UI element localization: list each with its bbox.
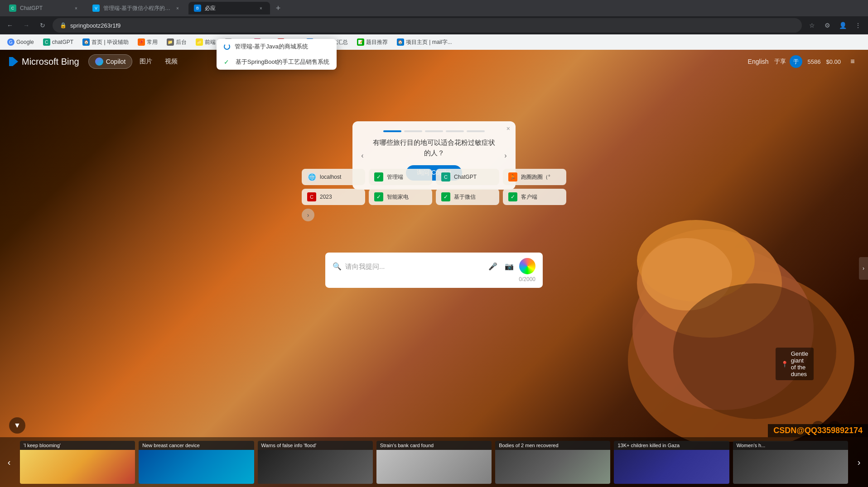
news-item-6[interactable]: Women's h... bbox=[733, 441, 848, 484]
quick-link-favicon-1: ✓ bbox=[374, 172, 383, 181]
user-area: 于享 于 bbox=[774, 55, 802, 68]
tab-favicon-chatgpt: C bbox=[9, 5, 16, 12]
bookmark-button[interactable]: ☆ bbox=[805, 19, 818, 32]
news-item-2[interactable]: Warns of false info 'flood' bbox=[258, 441, 373, 484]
news-item-0[interactable]: 'I keep blooming' bbox=[20, 441, 135, 484]
bookmarks-bar: G Google C chatGPT 🏠 首页 | 毕设辅助 📌 常用 📁 后台… bbox=[0, 34, 868, 50]
suggestion-prev-button[interactable]: ‹ bbox=[356, 149, 369, 162]
quick-link-2023[interactable]: C 2023 bbox=[302, 189, 365, 205]
dropdown-item-2[interactable]: ✓ 基于SpringBoot的手工艺品销售系统 bbox=[217, 54, 337, 70]
bookmark-project-icon: 🏠 bbox=[397, 38, 404, 46]
news-item-1[interactable]: New breast cancer device bbox=[139, 441, 254, 484]
nav-videos-button[interactable]: 视频 bbox=[159, 55, 183, 68]
quick-link-chatgpt[interactable]: C ChatGPT bbox=[436, 169, 499, 185]
bookmark-common[interactable]: 📌 常用 bbox=[134, 38, 161, 47]
nav-copilot-button[interactable]: Copilot bbox=[88, 54, 133, 69]
location-text: Gentle giant of the dunes bbox=[791, 350, 808, 377]
profile-button[interactable]: 👤 bbox=[836, 19, 849, 32]
browser-actions: ☆ ⚙ 👤 ⋮ bbox=[805, 19, 864, 32]
bing-logo-icon bbox=[9, 57, 18, 66]
bookmark-backend[interactable]: 📁 后台 bbox=[163, 38, 190, 47]
quick-link-label-3: 跑圈跑圈（° bbox=[521, 173, 550, 181]
news-title-3: Strain's bank card found bbox=[376, 441, 492, 450]
quick-link-running[interactable]: 🏃 跑圈跑圈（° bbox=[503, 169, 566, 185]
forward-button[interactable]: → bbox=[20, 19, 33, 32]
bookmark-chatgpt[interactable]: C chatGPT bbox=[39, 38, 77, 47]
tab-close-mgmt[interactable]: × bbox=[174, 5, 181, 12]
bookmark-frontend-label: 前端 bbox=[205, 38, 216, 46]
suggestion-close-button[interactable]: × bbox=[506, 125, 510, 132]
dropdown-label-2: 基于SpringBoot的手工艺品销售系统 bbox=[236, 58, 329, 66]
tab-bar: C ChatGPT × V 管理端-基于微信小程序的二手... × B 必应 ×… bbox=[0, 0, 868, 16]
news-prev-button[interactable]: ‹ bbox=[0, 453, 18, 471]
bookmark-chatgpt-label: chatGPT bbox=[52, 39, 73, 45]
quick-links-more-button[interactable]: › bbox=[302, 209, 314, 221]
quick-link-favicon-7: ✓ bbox=[508, 192, 517, 201]
news-next-button[interactable]: › bbox=[850, 453, 868, 471]
bing-menu-button[interactable]: ≡ bbox=[846, 55, 859, 68]
quick-link-label-5: 智能家电 bbox=[387, 193, 409, 201]
back-button[interactable]: ← bbox=[4, 19, 16, 32]
suggestion-dot-5 bbox=[467, 130, 485, 132]
suggestion-text: 有哪些旅行目的地可以适合花粉过敏症状的人？ bbox=[371, 138, 497, 158]
bookmark-recommend[interactable]: 📝 题目推荐 bbox=[353, 38, 391, 47]
quick-link-favicon-0: 🌐 bbox=[307, 172, 316, 181]
tab-close-bing[interactable]: × bbox=[257, 5, 265, 12]
user-avatar[interactable]: 于 bbox=[790, 55, 802, 68]
dropdown-menu: 管理端-基于Java的商城系统 ✓ 基于SpringBoot的手工艺品销售系统 bbox=[217, 39, 337, 70]
bookmark-google[interactable]: G Google bbox=[4, 38, 38, 47]
news-image-4 bbox=[495, 450, 610, 484]
bookmark-common-label: 常用 bbox=[147, 38, 158, 46]
bookmark-project[interactable]: 🏠 项目主页 | mail字... bbox=[393, 38, 456, 47]
tab-bing[interactable]: B 必应 × bbox=[188, 2, 270, 14]
url-bar[interactable]: 🔒 springbootz263r1f9 bbox=[53, 18, 802, 33]
suggestion-dot-4 bbox=[446, 130, 464, 132]
right-edge-button[interactable]: › bbox=[859, 257, 868, 280]
extension-button[interactable]: ⚙ bbox=[821, 19, 834, 32]
bookmark-frontend-icon: 📁 bbox=[196, 38, 203, 46]
bookmark-home[interactable]: 🏠 首页 | 毕设辅助 bbox=[79, 38, 132, 47]
news-title-1: New breast cancer device bbox=[139, 441, 254, 450]
tab-label-chatgpt: ChatGPT bbox=[20, 5, 69, 11]
news-item-3[interactable]: Strain's bank card found bbox=[376, 441, 492, 484]
tab-mgmt[interactable]: V 管理端-基于微信小程序的二手... × bbox=[87, 2, 187, 14]
scroll-down-button[interactable]: ▼ bbox=[9, 417, 25, 434]
image-search-button[interactable]: 📷 bbox=[503, 260, 516, 272]
language-selector[interactable]: English bbox=[748, 58, 769, 65]
refresh-button[interactable]: ↻ bbox=[36, 19, 49, 32]
news-image-0 bbox=[20, 450, 135, 484]
news-image-5 bbox=[614, 450, 729, 484]
dropdown-item-1[interactable]: 管理端-基于Java的商城系统 bbox=[217, 39, 337, 54]
ai-search-button[interactable] bbox=[519, 258, 535, 274]
tab-close-chatgpt[interactable]: × bbox=[72, 5, 80, 12]
bookmark-home-label: 首页 | 毕设辅助 bbox=[92, 38, 129, 46]
news-item-4[interactable]: Bodies of 2 men recovered bbox=[495, 441, 610, 484]
search-icon: 🔍 bbox=[333, 262, 342, 270]
quick-link-mgmt[interactable]: ✓ 管理端 bbox=[369, 169, 432, 185]
search-input[interactable] bbox=[345, 262, 483, 270]
tab-chatgpt[interactable]: C ChatGPT × bbox=[4, 2, 85, 14]
suggestion-next-button[interactable]: › bbox=[499, 149, 512, 162]
more-button[interactable]: ⋮ bbox=[852, 19, 864, 32]
new-tab-button[interactable]: + bbox=[272, 2, 285, 14]
news-title-0: 'I keep blooming' bbox=[20, 441, 135, 450]
rock-formation bbox=[551, 170, 868, 442]
news-item-5[interactable]: 13K+ children killed in Gaza bbox=[614, 441, 729, 484]
quick-link-client[interactable]: ✓ 客户端 bbox=[503, 189, 566, 205]
search-actions: 🎤 📷 bbox=[487, 258, 535, 274]
points-label: 5586 bbox=[808, 58, 821, 65]
news-image-2 bbox=[258, 450, 373, 484]
quick-link-localhost[interactable]: 🌐 localhost bbox=[302, 169, 365, 185]
bookmark-project-label: 项目主页 | mail字... bbox=[406, 38, 452, 46]
quick-link-label-6: 基于微信 bbox=[454, 193, 476, 201]
nav-images-button[interactable]: 图片 bbox=[134, 55, 158, 68]
search-counter: 0/2000 bbox=[333, 276, 535, 282]
bookmark-frontend[interactable]: 📁 前端 bbox=[192, 38, 219, 47]
news-image-3 bbox=[376, 450, 492, 484]
quick-link-label-1: 管理端 bbox=[387, 173, 403, 181]
quick-link-wechat[interactable]: ✓ 基于微信 bbox=[436, 189, 499, 205]
voice-search-button[interactable]: 🎤 bbox=[487, 260, 499, 272]
quick-link-smarthome[interactable]: ✓ 智能家电 bbox=[369, 189, 432, 205]
news-title-2: Warns of false info 'flood' bbox=[258, 441, 373, 450]
news-image-1 bbox=[139, 450, 254, 484]
